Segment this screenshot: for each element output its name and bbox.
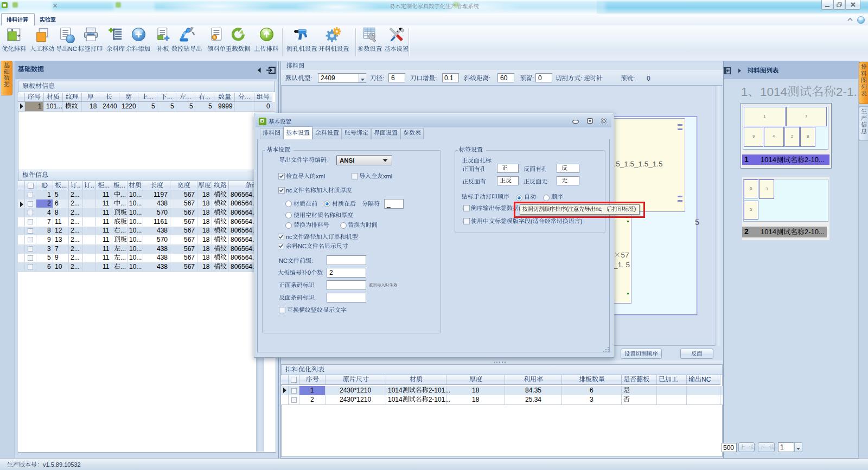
svg-text:1197: 1197 — [154, 191, 168, 198]
svg-text:12: 12 — [55, 227, 62, 234]
svg-text:1: 1 — [47, 191, 51, 198]
svg-text:5: 5 — [170, 102, 174, 110]
svg-text:10...: 10... — [129, 263, 142, 271]
svg-text:11: 11 — [103, 191, 110, 198]
svg-text:2...: 2... — [71, 254, 80, 261]
svg-text:5: 5 — [55, 191, 59, 198]
svg-text:7: 7 — [55, 245, 59, 253]
svg-text:438: 438 — [157, 199, 168, 207]
svg-text:6: 6 — [47, 263, 51, 271]
svg-text:9: 9 — [47, 236, 51, 243]
svg-text:5: 5 — [208, 102, 212, 110]
svg-text::: : — [382, 75, 384, 81]
svg-text:2: 2 — [47, 199, 51, 207]
svg-text:NC: NC — [701, 376, 711, 383]
svg-text:...: ... — [186, 93, 192, 101]
svg-text:11: 11 — [103, 245, 110, 253]
svg-text:11: 11 — [55, 218, 62, 226]
svg-text:18: 18 — [202, 218, 210, 226]
svg-text:18: 18 — [202, 191, 210, 198]
svg-text:...: ... — [104, 182, 110, 189]
svg-text:1014: 1014 — [761, 228, 776, 236]
svg-text:57: 57 — [621, 251, 629, 259]
svg-text:10...: 10... — [129, 236, 142, 243]
svg-text:10...: 10... — [129, 254, 142, 261]
svg-text:11: 11 — [103, 263, 110, 271]
svg-text:...: ... — [205, 93, 210, 101]
svg-text:567: 567 — [184, 245, 195, 253]
svg-text:18: 18 — [202, 236, 210, 243]
svg-text:1.5_1.5_1.5_1.5: 1.5_1.5_1.5_1.5 — [610, 160, 663, 168]
svg-text:...: ... — [61, 182, 67, 189]
svg-text:2430*1210: 2430*1210 — [340, 396, 371, 403]
svg-text:4: 4 — [47, 209, 51, 216]
svg-text:NC: NC — [68, 46, 77, 52]
svg-text:10...: 10... — [129, 245, 142, 253]
svg-text:...: ... — [120, 199, 126, 207]
svg-text::: : — [435, 75, 437, 81]
svg-text:11: 11 — [103, 218, 110, 226]
svg-text::: : — [489, 75, 490, 81]
svg-text:...: ... — [120, 191, 126, 198]
svg-text:xml: xml — [316, 173, 325, 179]
svg-text:xml: xml — [383, 173, 392, 179]
svg-text:567: 567 — [184, 191, 195, 198]
svg-text:567: 567 — [184, 218, 195, 226]
svg-text:6: 6 — [590, 387, 593, 394]
svg-text:nc: nc — [286, 234, 292, 240]
svg-text:18: 18 — [202, 227, 210, 234]
svg-text:2...: 2... — [71, 245, 80, 253]
svg-text:nc: nc — [286, 187, 292, 194]
svg-text:438: 438 — [157, 263, 168, 271]
svg-text:...: ... — [120, 254, 126, 261]
svg-text:..: .. — [91, 182, 94, 189]
svg-text:18: 18 — [90, 102, 97, 110]
svg-text:570: 570 — [157, 236, 168, 243]
svg-text:1220: 1220 — [122, 102, 136, 110]
svg-text:2...: 2... — [71, 209, 80, 216]
svg-text:2...: 2... — [71, 191, 80, 198]
svg-text:...: ... — [167, 93, 173, 101]
svg-text:438: 438 — [157, 227, 168, 234]
svg-text:438: 438 — [157, 245, 168, 253]
svg-text:1161: 1161 — [154, 218, 168, 226]
svg-text:1: 1 — [310, 387, 314, 394]
svg-text:567: 567 — [184, 227, 195, 234]
svg-text:2...: 2... — [71, 227, 80, 234]
svg-text:570: 570 — [157, 209, 168, 216]
svg-text:): ) — [580, 218, 583, 224]
svg-text:2-101...: 2-101... — [429, 387, 446, 394]
svg-text:8: 8 — [55, 209, 59, 216]
svg-text:NC: NC — [298, 243, 307, 249]
svg-text:101...: 101... — [46, 102, 62, 110]
svg-text::: : — [311, 257, 313, 264]
svg-text:11: 11 — [103, 254, 110, 261]
svg-text:13: 13 — [55, 236, 62, 243]
svg-text:9999: 9999 — [218, 102, 233, 110]
svg-text:_1. 5: _1. 5 — [614, 261, 630, 269]
svg-text:5: 5 — [47, 254, 51, 261]
svg-text:2...: 2... — [71, 263, 80, 271]
svg-text:10...: 10... — [129, 218, 142, 226]
svg-text:3: 3 — [590, 396, 593, 403]
svg-text::: : — [580, 75, 582, 81]
svg-text:8: 8 — [47, 227, 51, 234]
svg-text:...: ... — [120, 263, 126, 271]
svg-text:9: 9 — [55, 254, 59, 261]
svg-text:(: ( — [531, 218, 533, 224]
svg-text:567: 567 — [184, 199, 195, 207]
svg-text:18: 18 — [202, 263, 210, 271]
svg-text:2...: 2... — [71, 199, 80, 207]
svg-text:18: 18 — [202, 254, 210, 261]
svg-text:10...: 10... — [129, 209, 142, 216]
svg-text:567: 567 — [184, 263, 195, 271]
svg-text:10...: 10... — [129, 227, 142, 234]
svg-text:567: 567 — [184, 254, 195, 261]
svg-text:10...: 10... — [129, 191, 142, 198]
svg-text:...: ... — [120, 245, 126, 253]
svg-text:18: 18 — [202, 209, 210, 216]
svg-text:3: 3 — [47, 245, 51, 253]
svg-text:18: 18 — [202, 245, 210, 253]
svg-text:567: 567 — [184, 236, 195, 243]
svg-text:567: 567 — [184, 209, 195, 216]
